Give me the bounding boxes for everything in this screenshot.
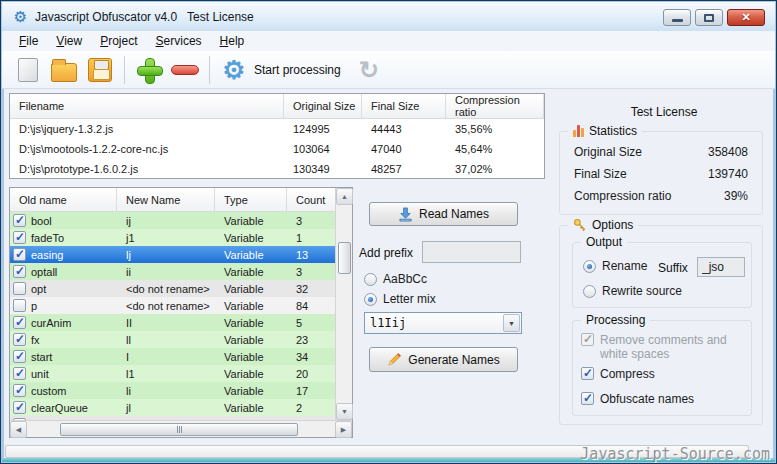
row-checkbox[interactable] <box>13 299 26 312</box>
old-name: start <box>31 351 52 363</box>
checkbox-checked-icon <box>581 392 594 405</box>
scroll-left-icon[interactable]: ◀ <box>10 421 27 438</box>
start-processing-label[interactable]: Start processing <box>254 63 341 77</box>
horizontal-scrollbar[interactable]: ◀ ▶ <box>10 420 352 437</box>
app-gear-icon: ⚙ <box>12 8 29 25</box>
minimize-button[interactable] <box>663 9 691 26</box>
open-file-button[interactable] <box>46 53 82 87</box>
radio-aabbcc[interactable]: AaBbCc <box>364 272 427 286</box>
radio-letter-mix[interactable]: Letter mix <box>364 292 436 306</box>
name-row[interactable]: clearQueue jl Variable 2 <box>10 399 337 416</box>
close-button[interactable]: ✕ <box>727 9 765 26</box>
save-button[interactable] <box>82 53 118 87</box>
menu-services[interactable]: Services <box>147 31 211 51</box>
new-name: l1 <box>117 368 215 380</box>
prefix-input[interactable] <box>422 241 521 263</box>
old-name: fx <box>31 334 40 346</box>
name-row[interactable]: fadeTo j1 Variable 1 <box>10 229 337 246</box>
type: Variable <box>215 283 287 295</box>
refresh-button[interactable]: ↻ <box>351 53 387 87</box>
col-old-name[interactable]: Old name <box>10 188 117 211</box>
name-row[interactable]: start I Variable 34 <box>10 348 337 365</box>
suffix-input[interactable] <box>697 257 745 277</box>
file-ratio: 35,56% <box>446 123 544 135</box>
name-row[interactable]: bool ij Variable 3 <box>10 212 337 229</box>
menu-project[interactable]: Project <box>91 31 146 51</box>
window-title: Javascript Obfuscator v4.0 <box>35 10 177 24</box>
file-row[interactable]: D:\js\jquery-1.3.2.js 124995 44443 35,56… <box>10 119 544 139</box>
start-processing-button[interactable]: ⚙ <box>216 53 252 87</box>
name-row[interactable]: unit l1 Variable 20 <box>10 365 337 382</box>
menu-view[interactable]: View <box>47 31 91 51</box>
name-row[interactable]: custom li Variable 17 <box>10 382 337 399</box>
radio-rename[interactable]: Rename <box>583 259 647 273</box>
stat-value: 358408 <box>708 145 748 159</box>
name-row[interactable]: fx ll Variable 23 <box>10 331 337 348</box>
vertical-scrollbar[interactable]: ▲ ▼ <box>335 188 352 420</box>
count: 1 <box>287 232 337 244</box>
chevron-down-icon[interactable]: ▼ <box>503 314 520 332</box>
row-checkbox[interactable] <box>13 316 26 329</box>
scroll-up-icon[interactable]: ▲ <box>336 188 353 205</box>
name-row[interactable]: optall ii Variable 3 <box>10 263 337 280</box>
col-compression-ratio[interactable]: Compression ratio <box>446 94 544 118</box>
letter-mix-combobox[interactable]: l1Iij ▼ <box>364 312 522 334</box>
row-checkbox[interactable] <box>13 367 26 380</box>
files-table-header: Filename Original Size Final Size Compre… <box>10 94 544 119</box>
generate-names-button[interactable]: Generate Names <box>369 347 518 372</box>
save-floppy-icon <box>88 58 112 82</box>
checkbox-remove-comments[interactable]: Remove comments and white spaces <box>581 333 741 361</box>
col-final-size[interactable]: Final Size <box>362 94 446 118</box>
old-name: opt <box>31 283 46 295</box>
maximize-button[interactable] <box>695 9 723 26</box>
row-checkbox[interactable] <box>13 248 26 261</box>
radio-rewrite-source[interactable]: Rewrite source <box>583 284 682 298</box>
col-new-name[interactable]: New Name <box>117 188 215 211</box>
old-name: custom <box>31 385 66 397</box>
read-names-button[interactable]: Read Names <box>369 202 518 226</box>
window-title-license: Test License <box>187 10 254 24</box>
new-file-button[interactable] <box>10 53 46 87</box>
menu-help[interactable]: Help <box>211 31 254 51</box>
name-row[interactable]: curAnim II Variable 5 <box>10 314 337 331</box>
name-row[interactable]: opt <do not rename> Variable 32 <box>10 280 337 297</box>
row-checkbox[interactable] <box>13 214 26 227</box>
name-row-selected[interactable]: easing lj Variable 13 <box>10 246 337 263</box>
new-name: jl <box>117 402 215 414</box>
file-row[interactable]: D:\js\prototype-1.6.0.2.js 130349 48257 … <box>10 159 544 179</box>
checkbox-compress[interactable]: Compress <box>581 367 655 381</box>
vertical-scroll-thumb[interactable] <box>338 242 351 274</box>
type: Variable <box>215 300 287 312</box>
row-checkbox[interactable] <box>13 350 26 363</box>
row-checkbox[interactable] <box>13 333 26 346</box>
row-checkbox[interactable] <box>13 401 26 414</box>
col-count[interactable]: Count <box>287 188 337 211</box>
file-row[interactable]: D:\js\mootools-1.2.2-core-nc.js 103064 4… <box>10 139 544 159</box>
col-filename[interactable]: Filename <box>10 94 284 118</box>
col-type[interactable]: Type <box>215 188 287 211</box>
type: Variable <box>215 232 287 244</box>
toolbar: ⚙ Start processing ↻ <box>2 51 775 89</box>
row-checkbox[interactable] <box>13 282 26 295</box>
new-name: I <box>117 351 215 363</box>
row-checkbox[interactable] <box>13 231 26 244</box>
options-group: Options Output Rename Suffix Rewrite sou… <box>559 225 763 425</box>
type: Variable <box>215 368 287 380</box>
add-file-button[interactable] <box>131 53 167 87</box>
row-checkbox[interactable] <box>13 384 26 397</box>
refresh-icon: ↻ <box>359 58 379 82</box>
scroll-down-icon[interactable]: ▼ <box>336 403 353 420</box>
row-checkbox[interactable] <box>13 265 26 278</box>
horizontal-scroll-thumb[interactable] <box>60 423 298 436</box>
scroll-right-icon[interactable]: ▶ <box>335 421 352 438</box>
checkbox-obfuscate-names[interactable]: Obfuscate names <box>581 392 694 406</box>
count: 32 <box>287 283 337 295</box>
processing-group: Processing Remove comments and white spa… <box>572 320 752 416</box>
name-row[interactable]: p <do not rename> Variable 84 <box>10 297 337 314</box>
menu-file[interactable]: File <box>10 31 47 51</box>
title-bar[interactable]: ⚙ Javascript Obfuscator v4.0 Test Licens… <box>2 2 775 31</box>
plus-icon <box>137 58 161 82</box>
col-original-size[interactable]: Original Size <box>284 94 362 118</box>
minimize-icon <box>672 19 683 22</box>
remove-file-button[interactable] <box>167 53 203 87</box>
